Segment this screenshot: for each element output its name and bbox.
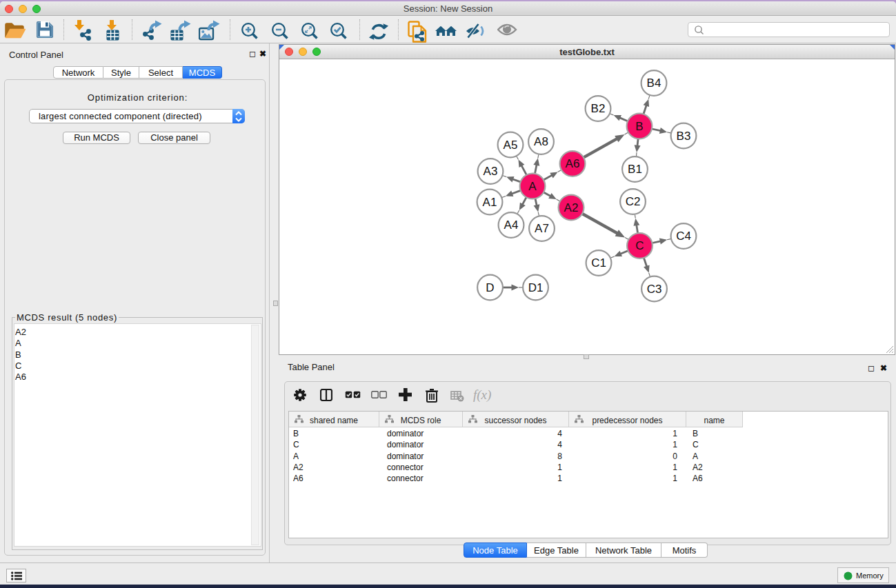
svg-text:A2: A2: [564, 201, 579, 214]
svg-text:C2: C2: [626, 195, 641, 208]
svg-text:A5: A5: [504, 139, 518, 152]
svg-text:B1: B1: [628, 163, 642, 176]
svg-text:B: B: [635, 120, 643, 133]
svg-text:A7: A7: [535, 222, 549, 235]
svg-text:B3: B3: [677, 130, 691, 143]
svg-text:C3: C3: [647, 283, 662, 296]
svg-text:C4: C4: [676, 230, 691, 243]
svg-text:C: C: [635, 239, 644, 252]
svg-text:C1: C1: [591, 256, 606, 270]
svg-text:A3: A3: [484, 165, 498, 178]
svg-text:A1: A1: [483, 196, 497, 209]
svg-text:A4: A4: [504, 219, 519, 232]
svg-text:B4: B4: [647, 77, 661, 90]
svg-text:A: A: [528, 180, 537, 193]
svg-text:D: D: [486, 281, 494, 294]
svg-text:B2: B2: [591, 102, 606, 115]
svg-text:A6: A6: [566, 157, 580, 170]
svg-text:D1: D1: [528, 281, 544, 294]
svg-text:A8: A8: [534, 135, 548, 148]
